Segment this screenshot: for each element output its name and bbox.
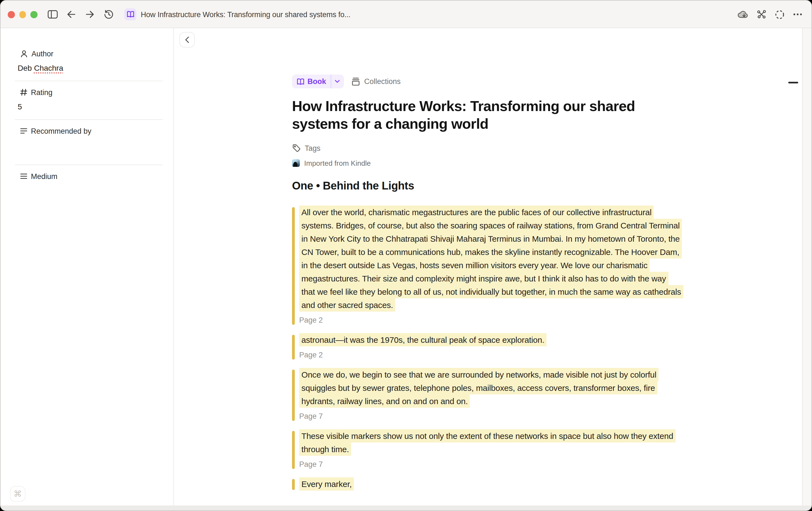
app-window-stage: How Infrastructure Works: Transforming o… <box>0 0 812 511</box>
property-value-recommended-by[interactable] <box>18 141 173 151</box>
person-icon <box>20 49 28 58</box>
page-title[interactable]: How Infrastructure Works: Transforming o… <box>292 98 682 133</box>
command-shortcut-button[interactable]: ⌘ <box>10 486 25 502</box>
highlight-block[interactable]: Once we do, we begin to see that we are … <box>292 368 682 422</box>
highlight-block[interactable]: These visible markers show us not only t… <box>292 429 682 469</box>
minimize-button[interactable] <box>19 11 26 18</box>
titlebar-title-group: How Infrastructure Works: Transforming o… <box>124 1 350 28</box>
kindle-icon <box>292 159 300 167</box>
property-value-rating[interactable]: 5 <box>18 102 173 112</box>
object-type-label: Book <box>308 77 326 86</box>
hash-icon <box>20 88 28 96</box>
section-heading[interactable]: One • Behind the Lights <box>292 179 682 193</box>
import-note-label: Imported from Kindle <box>304 159 371 167</box>
highlight-text: These visible markers show us not only t… <box>299 429 682 456</box>
text-lines-icon <box>20 128 28 134</box>
sidebar-toggle-icon[interactable] <box>46 8 59 21</box>
collections-button[interactable]: Collections <box>351 77 401 86</box>
highlight-bar <box>292 370 294 421</box>
page-label: Page 7 <box>299 460 682 469</box>
property-rating[interactable]: Rating <box>20 88 173 97</box>
zoom-button[interactable] <box>30 11 37 18</box>
tags-row[interactable]: Tags <box>292 144 682 153</box>
property-label-rating: Rating <box>31 88 53 97</box>
collections-label: Collections <box>364 77 401 86</box>
property-medium[interactable]: Medium <box>20 172 173 181</box>
highlights-list: All over the world, charismatic megastru… <box>292 206 682 490</box>
property-label-author: Author <box>31 49 54 58</box>
highlight-block[interactable]: All over the world, charismatic megastru… <box>292 206 682 325</box>
window-title: How Infrastructure Works: Transforming o… <box>141 10 350 19</box>
more-icon[interactable] <box>791 8 804 21</box>
book-icon <box>124 8 136 21</box>
spellcheck-flagged-word: Chachra <box>34 63 63 72</box>
property-label-medium: Medium <box>31 172 57 180</box>
back-chevron-button[interactable] <box>179 32 195 48</box>
menu-lines-icon <box>20 173 28 180</box>
property-author[interactable]: Author <box>20 49 173 58</box>
window-bottom-strip <box>1 506 811 510</box>
cloud-download-icon[interactable] <box>736 8 750 21</box>
highlight-block[interactable]: Every marker, <box>292 477 682 490</box>
chevron-down-icon[interactable] <box>331 80 344 83</box>
highlight-text: All over the world, charismatic megastru… <box>299 206 682 312</box>
book-icon <box>296 78 305 85</box>
highlight-text: Every marker, <box>299 477 682 490</box>
scrollbar-track[interactable] <box>802 28 811 506</box>
highlight-bar <box>292 207 294 325</box>
highlight-text: astronaut—it was the 1970s, the cultural… <box>299 333 682 346</box>
page-label: Page 7 <box>299 411 682 422</box>
property-recommended-by[interactable]: Recommended by <box>20 127 173 135</box>
page-label: Page 2 <box>299 316 682 325</box>
document-column: Book Collections How Infras <box>292 28 682 490</box>
close-button[interactable] <box>8 11 14 18</box>
highlight-text: Once we do, we begin to see that we are … <box>299 368 682 408</box>
titlebar: How Infrastructure Works: Transforming o… <box>1 1 811 28</box>
object-type-badge[interactable]: Book <box>292 75 344 88</box>
tags-label: Tags <box>305 144 320 152</box>
property-label-recommended-by: Recommended by <box>31 127 91 135</box>
tag-icon <box>292 144 301 153</box>
back-arrow-icon[interactable] <box>65 8 78 21</box>
highlight-block[interactable]: astronaut—it was the 1970s, the cultural… <box>292 333 682 360</box>
toolbar-left <box>46 1 115 28</box>
graph-view-icon[interactable] <box>755 8 768 21</box>
outline-collapse-dash[interactable] <box>788 82 798 83</box>
import-note-row: Imported from Kindle <box>292 159 682 167</box>
highlight-bar <box>292 479 294 490</box>
highlight-bar <box>292 431 294 469</box>
object-type-row: Book Collections <box>292 75 682 88</box>
toolbar-right <box>736 1 804 28</box>
property-value-author[interactable]: Deb Chachra <box>18 63 173 74</box>
collections-icon <box>351 77 360 86</box>
app-window: How Infrastructure Works: Transforming o… <box>0 0 812 511</box>
page-label: Page 2 <box>299 350 682 360</box>
forward-arrow-icon[interactable] <box>83 8 96 21</box>
history-icon[interactable] <box>102 8 115 21</box>
main-content: Book Collections How Infras <box>174 28 802 506</box>
dashed-circle-icon[interactable] <box>773 8 786 21</box>
traffic-lights <box>8 11 37 18</box>
properties-sidebar: Author Deb Chachra Rating 5 Recommended … <box>1 28 174 506</box>
highlight-bar <box>292 335 294 360</box>
